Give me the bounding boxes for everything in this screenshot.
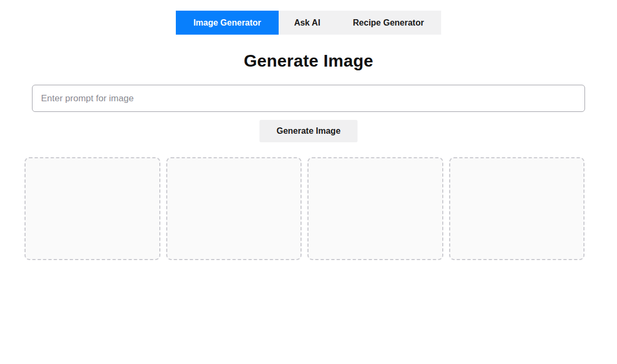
generate-image-button[interactable]: Generate Image (259, 120, 358, 142)
image-placeholder-4 (449, 157, 585, 260)
tab-bar: Image Generator Ask AI Recipe Generator (176, 11, 441, 35)
image-placeholder-2 (166, 157, 302, 260)
image-placeholder-3 (307, 157, 443, 260)
tab-recipe-generator[interactable]: Recipe Generator (336, 11, 441, 35)
page-title: Generate Image (0, 51, 617, 71)
image-placeholder-1 (25, 157, 160, 260)
prompt-input-container (32, 85, 585, 112)
tab-ask-ai[interactable]: Ask AI (279, 11, 336, 35)
tab-image-generator[interactable]: Image Generator (176, 11, 279, 35)
prompt-input[interactable] (32, 85, 585, 112)
image-placeholder-grid (25, 157, 584, 260)
